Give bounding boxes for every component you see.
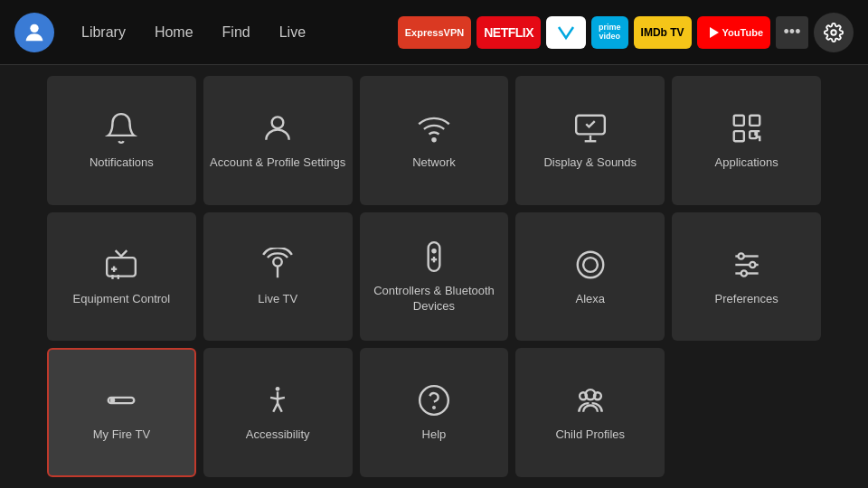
- display-icon: [572, 110, 609, 146]
- svg-rect-6: [733, 116, 743, 126]
- svg-point-30: [276, 387, 280, 391]
- my-fire-tv-label: My Fire TV: [90, 427, 154, 443]
- grid-account-profile[interactable]: Account & Profile Settings: [203, 76, 353, 205]
- svg-point-33: [433, 407, 435, 408]
- wifi-icon: [416, 110, 452, 146]
- preferences-label: Preferences: [712, 292, 782, 307]
- svg-point-0: [30, 23, 38, 32]
- controllers-label: Controllers & Bluetooth Devices: [360, 284, 509, 314]
- grid-preferences[interactable]: Preferences: [672, 212, 821, 342]
- apps-bar: ExpressVPN NETFLIX primevideo IMDb TV Yo…: [398, 13, 854, 52]
- grid-controllers-bluetooth[interactable]: Controllers & Bluetooth Devices: [360, 212, 509, 342]
- live-tv-label: Live TV: [254, 292, 301, 307]
- antenna-icon: [259, 247, 296, 283]
- svg-point-26: [750, 261, 755, 267]
- app-expressvpn[interactable]: ExpressVPN: [398, 16, 471, 49]
- bell-icon: [103, 110, 139, 146]
- grid-alexa[interactable]: Alexa: [515, 212, 665, 342]
- grid-help[interactable]: Help: [360, 348, 509, 477]
- app-freevee[interactable]: [546, 16, 586, 49]
- grid-live-tv[interactable]: Live TV: [203, 212, 353, 342]
- sliders-icon: [729, 247, 765, 283]
- grid-notifications[interactable]: Notifications: [47, 76, 196, 205]
- app-primevideo[interactable]: primevideo: [591, 16, 628, 49]
- nav-links: Library Home Find Live: [69, 19, 318, 46]
- grid-my-fire-tv[interactable]: My Fire TV: [47, 348, 196, 477]
- svg-point-15: [273, 258, 282, 267]
- settings-grid: Notifications Account & Profile Settings…: [0, 65, 868, 488]
- svg-point-20: [578, 251, 604, 277]
- svg-point-35: [580, 393, 587, 400]
- grid-accessibility[interactable]: Accessibility: [203, 348, 353, 477]
- network-label: Network: [409, 155, 459, 171]
- help-icon: [416, 382, 452, 418]
- grid-display-sounds[interactable]: Display & Sounds: [515, 76, 665, 205]
- child-profiles-label: Child Profiles: [552, 427, 628, 443]
- account-profile-label: Account & Profile Settings: [206, 155, 349, 171]
- grid-network[interactable]: Network: [360, 76, 509, 205]
- nav-live[interactable]: Live: [267, 19, 318, 46]
- help-label: Help: [419, 427, 450, 443]
- equipment-control-label: Equipment Control: [70, 292, 175, 307]
- child-profiles-icon: [572, 382, 609, 418]
- app-youtube[interactable]: YouTube: [697, 16, 770, 49]
- svg-rect-8: [733, 131, 743, 141]
- grid-applications[interactable]: Applications: [672, 76, 821, 205]
- svg-point-3: [272, 117, 284, 128]
- tv-icon: [103, 247, 139, 283]
- applications-label: Applications: [712, 155, 782, 171]
- svg-point-17: [432, 249, 435, 252]
- svg-rect-10: [108, 258, 137, 277]
- grid-child-profiles[interactable]: Child Profiles: [515, 348, 665, 477]
- svg-point-2: [831, 30, 836, 35]
- svg-point-4: [432, 138, 435, 141]
- svg-point-29: [111, 399, 114, 402]
- alexa-icon: [572, 247, 609, 283]
- more-button[interactable]: •••: [776, 16, 808, 49]
- svg-point-36: [594, 393, 601, 400]
- svg-point-21: [583, 258, 598, 272]
- remote-icon: [416, 239, 452, 275]
- nav-find[interactable]: Find: [210, 19, 263, 46]
- svg-point-32: [420, 386, 448, 415]
- app-netflix[interactable]: NETFLIX: [476, 16, 541, 49]
- nav-home[interactable]: Home: [142, 19, 206, 46]
- settings-button[interactable]: [814, 13, 854, 52]
- apps-icon: [729, 110, 765, 146]
- alexa-label: Alexa: [572, 292, 609, 307]
- accessibility-label: Accessibility: [242, 427, 314, 443]
- notifications-label: Notifications: [86, 155, 157, 171]
- svg-point-25: [738, 253, 743, 258]
- person-icon: [259, 110, 296, 146]
- accessibility-icon: [259, 382, 296, 418]
- avatar[interactable]: [14, 13, 54, 52]
- svg-rect-7: [750, 116, 760, 126]
- svg-point-27: [741, 270, 746, 276]
- topbar: Library Home Find Live ExpressVPN NETFLI…: [0, 0, 868, 65]
- display-sounds-label: Display & Sounds: [540, 155, 640, 171]
- grid-equipment-control[interactable]: Equipment Control: [47, 212, 196, 342]
- app-imdb[interactable]: IMDb TV: [634, 16, 692, 49]
- firetv-icon: [103, 382, 139, 418]
- svg-marker-1: [710, 27, 719, 38]
- nav-library[interactable]: Library: [69, 19, 138, 46]
